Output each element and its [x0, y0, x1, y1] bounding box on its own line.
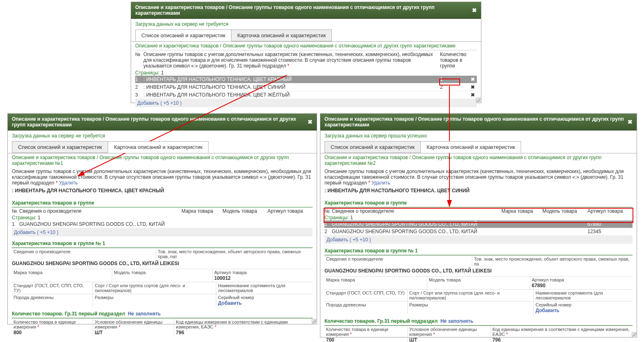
resize-grip-icon[interactable] [631, 332, 636, 337]
panel-top-title: Описание и характеристика товаров / Опис… [135, 4, 472, 16]
table-row[interactable]: 3 : ИНВЕНТАРЬ ДЛЯ НАСТОЛЬНОГО ТЕННИСА. Ц… [135, 91, 477, 99]
panel-left-header: Описание и характеристика товаров / Опис… [8, 114, 317, 130]
add-button[interactable]: Добавить [327, 237, 348, 243]
section-characteristics: Характеристика товаров в группе [12, 198, 313, 207]
desc-value: : ИНВЕНТАРЬ ДЛЯ НАСТОЛЬНОГО ТЕННИСА. ЦВЕ… [324, 187, 633, 196]
table-row[interactable]: 1 GUANGZHOU SHENGPAI SPORTING GOODS CO.,… [12, 220, 313, 228]
tab-list[interactable]: Список описаний и характеристик [12, 141, 108, 153]
add-button[interactable]: Добавить [137, 100, 159, 106]
col-qty: Количество товаров в группе [440, 52, 469, 69]
col-desc: Описание группы товаров с учетом дополни… [143, 52, 440, 69]
delete-icon[interactable]: ✖ [469, 92, 477, 98]
resize-grip-icon[interactable] [311, 319, 316, 324]
section-characteristics: Характеристика товаров в группе [324, 198, 633, 207]
tab-list[interactable]: Список описаний и характеристик [324, 141, 421, 153]
table-row[interactable]: 1 : ИНВЕНТАРЬ ДЛЯ НАСТОЛЬНОГО ТЕННИСА. Ц… [135, 76, 477, 83]
desc-value: : ИНВЕНТАРЬ ДЛЯ НАСТОЛЬНОГО ТЕННИСА. ЦВЕ… [12, 187, 313, 196]
desc-hint: Описание группы товаров с учетом дополни… [12, 167, 313, 187]
table-row[interactable]: 2 : ИНВЕНТАРЬ ДЛЯ НАСТОЛЬНОГО ТЕННИСА. Ц… [135, 83, 477, 91]
pages-label: Страницы: [135, 70, 160, 76]
status-left: Загрузка данных на сервер не требуется [8, 130, 317, 141]
add5-button[interactable]: ( +5 [160, 100, 169, 106]
panel-top-header: Описание и характеристика товаров / Опис… [131, 2, 481, 19]
delete-icon[interactable]: ✖ [469, 84, 477, 90]
tabs-top: Список описаний и характеристик Карточка… [131, 29, 481, 41]
tab-card[interactable]: Карточка описаний и характеристик [420, 141, 521, 153]
not-fill-link[interactable]: Не заполнять [440, 318, 474, 324]
resize-grip-icon[interactable] [476, 97, 481, 102]
add-serial-button[interactable]: Добавить [218, 300, 311, 306]
panel-right-title: Описание и характеристика товаров / Опис… [324, 116, 628, 128]
delete-link[interactable]: Удалить [372, 180, 390, 186]
table-row[interactable]: 2 GUANGZHOU SHENGPAI SPORTING GOODS CO.,… [324, 228, 633, 236]
tab-card[interactable]: Карточка описаний и характеристик [108, 141, 209, 153]
panel-right-header: Описание и характеристика товаров / Опис… [320, 114, 637, 130]
table-row[interactable]: 1 GUANGZHOU SHENGPAI SPORTING GOODS CO.,… [324, 220, 633, 228]
status-top: Загрузка данных на сервер не требуется [131, 19, 481, 29]
panel-right: Описание и характеристика товаров / Опис… [320, 113, 637, 338]
add-button[interactable]: Добавить [14, 230, 36, 235]
tab-list[interactable]: Список описаний и характеристик [135, 29, 231, 41]
delete-icon[interactable]: ✖ [469, 76, 477, 82]
breadcrumb-left[interactable]: Описание и характеристика товаров / Опис… [12, 153, 313, 167]
status-right: Загрузка данных на сервер прошла успешно [320, 130, 637, 141]
close-icon[interactable]: ✖ [628, 119, 633, 125]
panel-left-title: Описание и характеристика товаров / Опис… [12, 116, 308, 128]
breadcrumb-right[interactable]: Описание и характеристика товаров / Опис… [324, 153, 633, 167]
delete-link[interactable]: Удалить [59, 180, 78, 186]
add-serial-button[interactable]: Добавить [535, 307, 631, 313]
col-n: № [135, 52, 143, 69]
not-fill-link[interactable]: Не заполнять [128, 311, 161, 317]
panel-left: Описание и характеристика товаров / Опис… [7, 113, 317, 324]
tab-card[interactable]: Карточка описаний и характеристик [231, 29, 332, 41]
breadcrumb-top[interactable]: Описание и характеристика товаров / Опис… [135, 42, 477, 50]
panel-top: Описание и характеристика товаров / Опис… [131, 2, 481, 103]
close-icon[interactable]: ✖ [308, 119, 313, 125]
close-icon[interactable]: ✖ [472, 7, 477, 14]
add10-button[interactable]: +10 ) [170, 100, 182, 106]
section-group1: Характеристика товаров в группе № 1 [12, 239, 313, 248]
